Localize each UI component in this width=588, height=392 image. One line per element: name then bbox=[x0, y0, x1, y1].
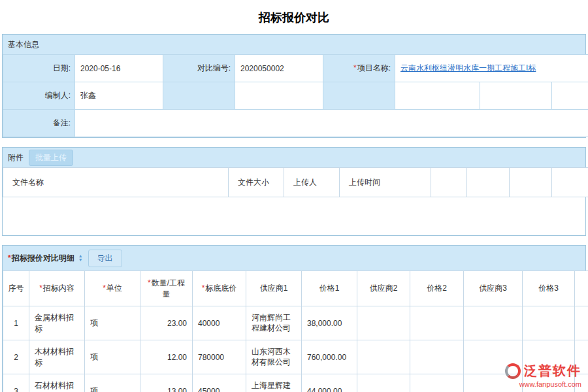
col-file-size: 文件大小 bbox=[229, 168, 284, 197]
detail-title-text: 招标报价对比明细 bbox=[12, 253, 74, 263]
date-value: 2020-05-16 bbox=[75, 55, 163, 82]
required-mark: * bbox=[353, 63, 357, 73]
cell-qty: 12.00 bbox=[140, 340, 193, 374]
cell-supplier3 bbox=[464, 306, 523, 340]
attachments-title: 附件 bbox=[8, 152, 24, 163]
cell-seq: 3 bbox=[3, 374, 29, 392]
cell-price2 bbox=[410, 306, 464, 340]
cell-supplier1: 山东河西木材有限公司 bbox=[246, 340, 302, 374]
page-title: 招标报价对比 bbox=[0, 0, 588, 34]
col-price3: 价格3 bbox=[523, 271, 575, 306]
col-qty: *数量/工程量 bbox=[140, 271, 193, 306]
empty-column-header bbox=[467, 168, 510, 197]
col-base-price-label: 标底底价 bbox=[205, 284, 237, 293]
cell-content: 金属材料招标 bbox=[29, 306, 85, 340]
col-content-label: 招标内容 bbox=[43, 284, 74, 293]
col-price1: 价格1 bbox=[302, 271, 357, 306]
detail-section: *招标报价对比明细 ▲▼ 导出 序号 *招标内容 *单位 *数量/工程量 *标底… bbox=[2, 245, 586, 392]
required-mark: * bbox=[39, 284, 42, 293]
project-name-link[interactable]: 云南水利枢纽潜明水库一期工程施工I标 bbox=[400, 63, 536, 73]
compare-no-value: 2020050002 bbox=[235, 55, 323, 82]
project-value-cell: 云南水利枢纽潜明水库一期工程施工I标 bbox=[395, 55, 588, 82]
batch-upload-button[interactable]: 批量上传 bbox=[29, 150, 73, 166]
cell-price2 bbox=[410, 374, 464, 392]
detail-table: 序号 *招标内容 *单位 *数量/工程量 *标底底价 供应商1 价格1 供应商2… bbox=[3, 270, 588, 392]
col-uploader: 上传人 bbox=[284, 168, 340, 197]
required-mark: * bbox=[103, 284, 106, 293]
empty-column-header bbox=[510, 168, 552, 197]
attachments-table: 文件名称 文件大小 上传人 上传时间 bbox=[3, 167, 588, 197]
table-row: 2 木材材料招标 项 12.00 780000 山东河西木材有限公司 760,0… bbox=[3, 340, 588, 374]
form-row-creator: 编制人: 张鑫 bbox=[3, 82, 588, 110]
cell-seq: 2 bbox=[3, 340, 29, 374]
fanpu-logo: 泛普软件 www.fanpusoft.com bbox=[505, 362, 581, 388]
cell-content: 石材材料招标 bbox=[29, 374, 85, 392]
basic-info-header: 基本信息 bbox=[3, 35, 585, 54]
empty-column-header bbox=[431, 168, 467, 197]
compare-no-label: 对比编号: bbox=[163, 55, 235, 82]
creator-label: 编制人: bbox=[3, 82, 75, 110]
col-unit: *单位 bbox=[85, 271, 140, 306]
fanpu-logo-icon bbox=[505, 363, 521, 379]
col-base-price: *标底底价 bbox=[193, 271, 246, 306]
empty-label-cell bbox=[163, 82, 235, 110]
cell-supplier2 bbox=[357, 340, 410, 374]
cell-price1: 44,000.00 bbox=[302, 374, 357, 392]
export-button[interactable]: 导出 bbox=[88, 250, 122, 267]
detail-header-row: 序号 *招标内容 *单位 *数量/工程量 *标底底价 供应商1 价格1 供应商2… bbox=[3, 271, 588, 306]
attachments-header: 附件 批量上传 bbox=[3, 148, 585, 167]
cell-unit: 项 bbox=[85, 306, 140, 340]
creator-value: 张鑫 bbox=[75, 82, 163, 110]
sort-down-arrow: ▼ bbox=[78, 258, 83, 262]
brand-name: 泛普软件 bbox=[524, 362, 581, 380]
basic-info-title: 基本信息 bbox=[8, 39, 39, 50]
attachments-section: 附件 批量上传 文件名称 文件大小 上传人 上传时间 bbox=[2, 147, 586, 236]
brand-row: 泛普软件 bbox=[505, 362, 581, 380]
cell-price2 bbox=[410, 340, 464, 374]
col-content: *招标内容 bbox=[29, 271, 85, 306]
cell-supplier2 bbox=[357, 374, 410, 392]
cell-price1: 38,000.00 bbox=[302, 306, 357, 340]
cell-price3 bbox=[523, 306, 575, 340]
form-row-remark: 备注: bbox=[3, 110, 588, 137]
required-mark: * bbox=[202, 284, 205, 293]
cell-supplier1: 河南辉尚工程建材公司 bbox=[246, 306, 302, 340]
cell-unit: 项 bbox=[85, 340, 140, 374]
project-label: *项目名称: bbox=[323, 55, 395, 82]
col-file-name: 文件名称 bbox=[3, 168, 229, 197]
cell-base-price: 40000 bbox=[193, 306, 246, 340]
detail-title: *招标报价对比明细 bbox=[8, 253, 74, 264]
empty-value-cell bbox=[552, 82, 588, 110]
col-unit-label: 单位 bbox=[106, 284, 122, 293]
table-row: 1 金属材料招标 项 23.00 40000 河南辉尚工程建材公司 38,000… bbox=[3, 306, 588, 340]
cell-seq: 1 bbox=[3, 306, 29, 340]
brand-url: www.fanpusoft.com bbox=[505, 380, 581, 388]
table-row: 3 石材材料招标 项 13.00 45000 上海星辉建材有限公司 44,000… bbox=[3, 374, 588, 392]
empty-value-cell bbox=[480, 82, 552, 110]
cell-empty bbox=[575, 306, 588, 340]
detail-header: *招标报价对比明细 ▲▼ 导出 bbox=[3, 246, 585, 270]
empty-value-cell bbox=[235, 82, 323, 110]
attachments-empty-area bbox=[3, 197, 585, 235]
empty-column-header bbox=[575, 271, 588, 306]
col-supplier1: 供应商1 bbox=[246, 271, 302, 306]
remark-value bbox=[75, 110, 588, 137]
col-supplier2: 供应商2 bbox=[357, 271, 410, 306]
date-label: 日期: bbox=[3, 55, 75, 82]
cell-supplier2 bbox=[357, 306, 410, 340]
attachments-header-row: 文件名称 文件大小 上传人 上传时间 bbox=[3, 168, 588, 197]
sort-icon[interactable]: ▲▼ bbox=[78, 254, 83, 262]
cell-content: 木材材料招标 bbox=[29, 340, 85, 374]
col-seq: 序号 bbox=[3, 271, 29, 306]
form-row-date: 日期: 2020-05-16 对比编号: 2020050002 *项目名称: 云… bbox=[3, 55, 588, 82]
remark-label: 备注: bbox=[3, 110, 75, 137]
empty-label-cell bbox=[323, 82, 395, 110]
cell-base-price: 45000 bbox=[193, 374, 246, 392]
cell-price1: 760,000.00 bbox=[302, 340, 357, 374]
col-qty-label: 数量/工程量 bbox=[152, 278, 185, 299]
col-supplier3: 供应商3 bbox=[464, 271, 523, 306]
col-price2: 价格2 bbox=[410, 271, 464, 306]
required-mark: * bbox=[8, 253, 11, 263]
basic-info-section: 基本信息 日期: 2020-05-16 对比编号: 2020050002 *项目… bbox=[2, 34, 586, 138]
required-mark: * bbox=[148, 278, 151, 287]
